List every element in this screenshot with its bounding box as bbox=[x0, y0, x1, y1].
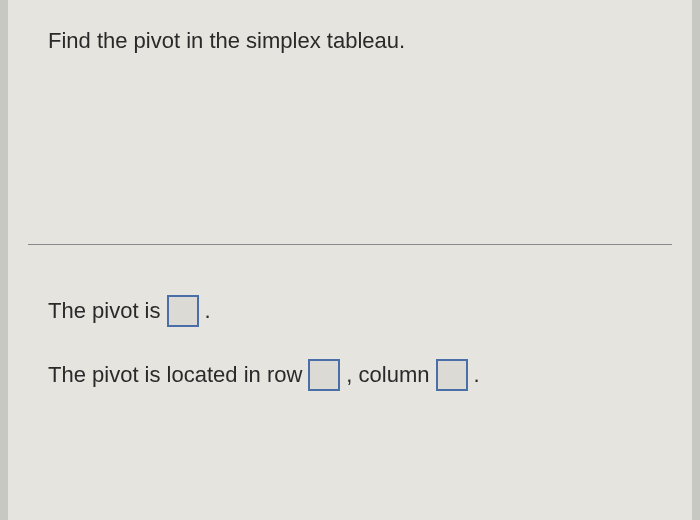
answer-line2-mid: , column bbox=[346, 362, 429, 388]
answer-line2-prefix: The pivot is located in row bbox=[48, 362, 302, 388]
pivot-row-input[interactable] bbox=[308, 359, 340, 391]
worksheet-page: Find the pivot in the simplex tableau. T… bbox=[8, 0, 692, 520]
answer-line-pivot-value: The pivot is . bbox=[48, 295, 652, 327]
question-section: Find the pivot in the simplex tableau. bbox=[8, 0, 692, 114]
pivot-value-input[interactable] bbox=[167, 295, 199, 327]
answer-line-pivot-location: The pivot is located in row , column . bbox=[48, 359, 652, 391]
answer-line2-suffix: . bbox=[474, 362, 480, 388]
answer-section: The pivot is . The pivot is located in r… bbox=[8, 245, 692, 463]
pivot-column-input[interactable] bbox=[436, 359, 468, 391]
question-prompt: Find the pivot in the simplex tableau. bbox=[48, 28, 652, 54]
answer-line1-suffix: . bbox=[205, 298, 211, 324]
answer-line1-prefix: The pivot is bbox=[48, 298, 161, 324]
